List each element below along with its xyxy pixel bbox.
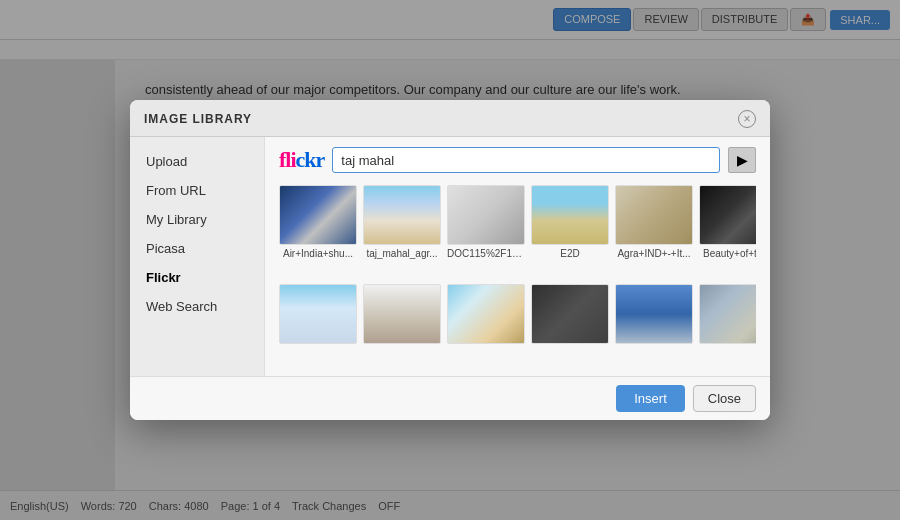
sidebar-item-upload[interactable]: Upload — [130, 147, 264, 176]
list-item[interactable] — [699, 284, 756, 366]
list-item[interactable]: Air+India+shu... — [279, 185, 357, 278]
list-item[interactable] — [363, 284, 441, 366]
list-item[interactable]: E2D — [531, 185, 609, 278]
insert-button[interactable]: Insert — [616, 385, 685, 412]
image-label: E2D — [560, 248, 579, 259]
sidebar-item-from-url[interactable]: From URL — [130, 176, 264, 205]
dialog-close-x-button[interactable]: × — [738, 110, 756, 128]
dialog-body: Upload From URL My Library Picasa Flickr… — [130, 137, 770, 376]
list-item[interactable] — [279, 284, 357, 366]
image-thumb — [615, 284, 693, 344]
image-thumb — [531, 284, 609, 344]
image-library-dialog: IMAGE LIBRARY × Upload From URL My Libra… — [130, 100, 770, 420]
dialog-main: flickr ▶ Air+India+shu... taj_mahal_agr.… — [265, 137, 770, 376]
list-item[interactable] — [447, 284, 525, 366]
image-label: Beauty+of+taj... — [703, 248, 756, 259]
image-thumb — [279, 185, 357, 245]
image-thumb — [363, 284, 441, 344]
dialog-sidebar: Upload From URL My Library Picasa Flickr… — [130, 137, 265, 376]
close-button[interactable]: Close — [693, 385, 756, 412]
dialog-title: IMAGE LIBRARY — [144, 112, 252, 126]
list-item[interactable] — [615, 284, 693, 366]
modal-overlay: IMAGE LIBRARY × Upload From URL My Libra… — [0, 0, 900, 520]
flickr-search-button[interactable]: ▶ — [728, 147, 756, 173]
search-row: flickr ▶ — [279, 147, 756, 173]
sidebar-item-web-search[interactable]: Web Search — [130, 292, 264, 321]
images-grid: Air+India+shu... taj_mahal_agr... DOC115… — [279, 185, 756, 366]
image-thumb — [699, 284, 756, 344]
list-item[interactable]: taj_mahal_agr... — [363, 185, 441, 278]
sidebar-item-flickr[interactable]: Flickr — [130, 263, 264, 292]
image-label: DOC115%2F1430... — [447, 248, 525, 259]
dialog-header: IMAGE LIBRARY × — [130, 100, 770, 137]
image-thumb — [699, 185, 756, 245]
list-item[interactable]: Beauty+of+taj... — [699, 185, 756, 278]
list-item[interactable]: Agra+IND+-+It... — [615, 185, 693, 278]
image-label: Agra+IND+-+It... — [617, 248, 690, 259]
image-thumb — [447, 284, 525, 344]
sidebar-item-my-library[interactable]: My Library — [130, 205, 264, 234]
image-thumb — [363, 185, 441, 245]
image-thumb — [615, 185, 693, 245]
image-thumb — [531, 185, 609, 245]
image-label: Air+India+shu... — [283, 248, 353, 259]
list-item[interactable] — [531, 284, 609, 366]
flickr-search-input[interactable] — [332, 147, 720, 173]
image-label: taj_mahal_agr... — [366, 248, 437, 259]
flickr-logo: flickr — [279, 147, 324, 173]
dialog-footer: Insert Close — [130, 376, 770, 420]
image-thumb — [279, 284, 357, 344]
list-item[interactable]: DOC115%2F1430... — [447, 185, 525, 278]
sidebar-item-picasa[interactable]: Picasa — [130, 234, 264, 263]
image-thumb — [447, 185, 525, 245]
